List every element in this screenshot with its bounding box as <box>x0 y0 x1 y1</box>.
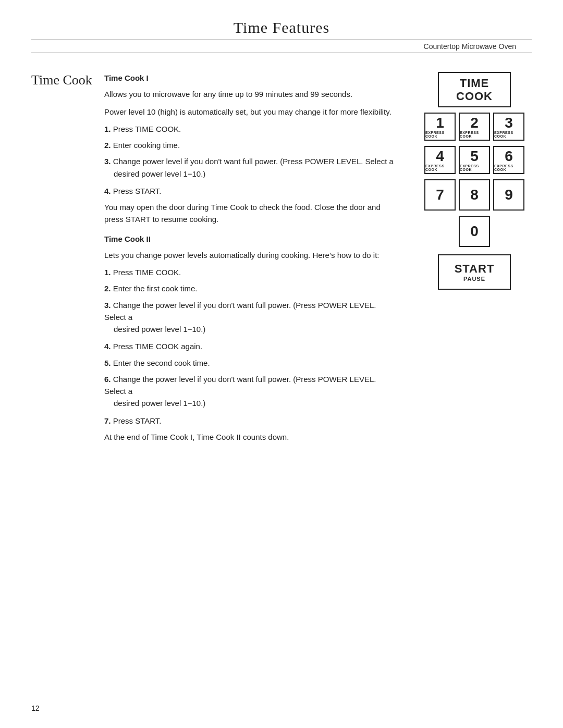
page-header: Time Features Countertop Microwave Oven <box>0 0 563 56</box>
digit-3: 3 <box>505 116 513 130</box>
digit-9: 9 <box>505 188 513 202</box>
tc2-step6: 6. Change the power level if you don't w… <box>104 373 396 410</box>
tc2-footer: At the end of Time Cook I, Time Cook II … <box>104 431 396 443</box>
main-content: Time Cook Time Cook I Allows you to micr… <box>0 56 563 469</box>
tc2-step6-text: Change the power level if you don't want… <box>104 375 376 396</box>
time-cook-line1: TIME <box>460 77 489 90</box>
time-cook-button-label: TIME COOK <box>456 77 493 103</box>
digit-6: 6 <box>505 149 513 164</box>
button-5[interactable]: 5 EXPRESS COOK <box>459 146 490 174</box>
tc1-step2: 2. Enter cooking time. <box>104 139 396 151</box>
tc1-step3-num: 3. <box>104 157 111 166</box>
tc1-step2-text: Enter cooking time. <box>113 141 180 150</box>
tc1-step3-indent: desired power level 1−10.) <box>104 168 396 180</box>
button-2[interactable]: 2 EXPRESS COOK <box>459 113 490 141</box>
tc2-step3-indent: desired power level 1−10.) <box>104 323 396 335</box>
tc1-step3: 3. Change power level if you don't want … <box>104 155 396 180</box>
page-number: 12 <box>31 704 40 712</box>
digit-4: 4 <box>436 149 444 164</box>
subheader-rule <box>31 53 532 53</box>
tc2-step2: 2. Enter the first cook time. <box>104 282 396 294</box>
tc2-step5-text: Enter the second cook time. <box>113 359 210 367</box>
tc2-intro: Lets you change power levels automatical… <box>104 249 396 261</box>
tc1-step4-text: Press START. <box>113 187 162 195</box>
tc2-step2-num: 2. <box>104 284 111 293</box>
button-7[interactable]: 7 <box>424 179 456 211</box>
time-cook-2-heading: Time Cook II <box>104 233 396 245</box>
pause-label: PAUSE <box>463 276 485 282</box>
tc1-step4: 4. Press START. <box>104 185 396 197</box>
tc2-step5: 5. Enter the second cook time. <box>104 357 396 369</box>
row-1-2-3: 1 EXPRESS COOK 2 EXPRESS COOK 3 EXPRESS … <box>424 113 524 141</box>
tc2-step5-num: 5. <box>104 359 111 367</box>
row-0: 0 <box>459 216 490 247</box>
section-label-area: Time Cook <box>31 72 104 448</box>
tc2-step3-text: Change the power level if you don't want… <box>104 301 376 322</box>
digit-1: 1 <box>436 116 444 130</box>
express-cook-label-6: EXPRESS COOK <box>494 164 523 171</box>
text-content-area: Time Cook I Allows you to microwave for … <box>104 72 417 448</box>
digit-0: 0 <box>470 224 479 239</box>
button-6[interactable]: 6 EXPRESS COOK <box>493 146 524 174</box>
tc2-step3: 3. Change the power level if you don't w… <box>104 299 396 336</box>
tc1-para1: Allows you to microwave for any time up … <box>104 88 396 100</box>
digit-8: 8 <box>470 188 479 202</box>
express-cook-label-5: EXPRESS COOK <box>460 164 489 171</box>
tc2-step4-text: Press TIME COOK again. <box>113 342 202 351</box>
express-cook-label-2: EXPRESS COOK <box>460 131 489 138</box>
tc2-step1-num: 1. <box>104 268 111 277</box>
digit-7: 7 <box>436 188 444 202</box>
tc2-step2-text: Enter the first cook time. <box>113 284 198 293</box>
section-label-text: Time Cook <box>31 72 104 88</box>
time-cook-button[interactable]: TIME COOK <box>438 72 511 107</box>
start-label: START <box>455 262 495 276</box>
digit-2: 2 <box>470 116 479 130</box>
tc2-step3-num: 3. <box>104 301 111 310</box>
tc2-step7: 7. Press START. <box>104 415 396 427</box>
tc2-step4-num: 4. <box>104 342 111 351</box>
page: Time Features Countertop Microwave Oven … <box>0 0 563 728</box>
subtitle: Countertop Microwave Oven <box>0 40 563 51</box>
express-cook-label-4: EXPRESS COOK <box>425 164 455 171</box>
tc2-step1-text: Press TIME COOK. <box>113 268 181 277</box>
button-4[interactable]: 4 EXPRESS COOK <box>424 146 456 174</box>
tc1-note: You may open the door during Time Cook t… <box>104 201 396 226</box>
tc2-step1: 1. Press TIME COOK. <box>104 266 396 278</box>
tc1-step4-num: 4. <box>104 187 111 195</box>
keypad-panel: TIME COOK 1 EXPRESS COOK 2 EXPRESS COOK … <box>417 72 532 448</box>
tc2-step7-text: Press START. <box>113 416 162 425</box>
tc1-step2-num: 2. <box>104 141 111 150</box>
row-4-5-6: 4 EXPRESS COOK 5 EXPRESS COOK 6 EXPRESS … <box>424 146 524 174</box>
digit-5: 5 <box>470 149 479 164</box>
tc2-step6-indent: desired power level 1−10.) <box>104 397 396 409</box>
tc1-step3-text: Change power level if you don't want ful… <box>113 157 394 166</box>
tc1-para2: Power level 10 (high) is automatically s… <box>104 106 396 118</box>
button-8[interactable]: 8 <box>459 179 490 211</box>
button-0[interactable]: 0 <box>459 216 490 247</box>
tc2-step7-num: 7. <box>104 416 111 425</box>
start-pause-button[interactable]: START PAUSE <box>438 254 511 290</box>
row-7-8-9: 7 8 9 <box>424 179 524 211</box>
time-cook-line2: COOK <box>456 90 493 103</box>
tc1-step1-text: Press TIME COOK. <box>113 125 181 133</box>
tc1-step1-num: 1. <box>104 125 111 133</box>
button-9[interactable]: 9 <box>493 179 524 211</box>
button-1[interactable]: 1 EXPRESS COOK <box>424 113 456 141</box>
tc2-step4: 4. Press TIME COOK again. <box>104 340 396 352</box>
tc2-step6-num: 6. <box>104 375 111 384</box>
page-title: Time Features <box>0 19 563 36</box>
express-cook-label-3: EXPRESS COOK <box>494 131 523 138</box>
button-3[interactable]: 3 EXPRESS COOK <box>493 113 524 141</box>
tc1-step1: 1. Press TIME COOK. <box>104 123 396 135</box>
express-cook-label-1: EXPRESS COOK <box>425 131 455 138</box>
time-cook-1-heading: Time Cook I <box>104 72 396 84</box>
